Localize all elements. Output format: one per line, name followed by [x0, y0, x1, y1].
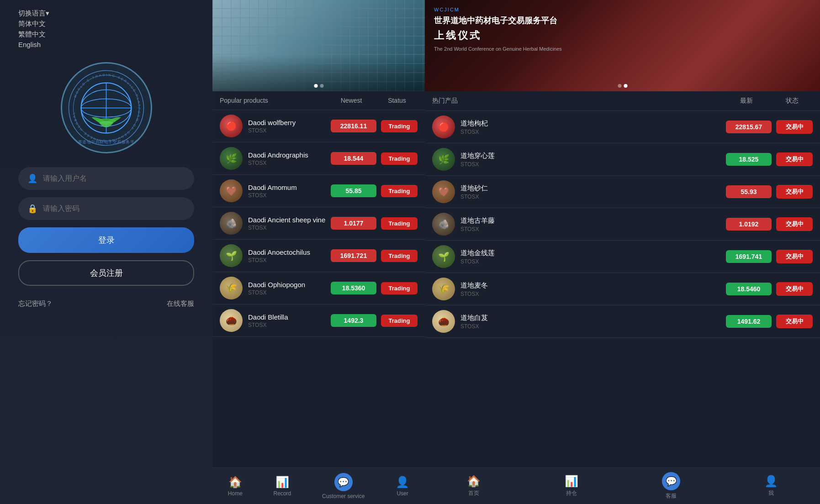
- price-badge-5: 18.5360: [331, 282, 376, 294]
- mid-panel: Popular products Newest Status 🔴 Daodi w…: [212, 0, 425, 504]
- product-avatar-5: 🌾: [220, 277, 243, 299]
- right-product-row[interactable]: 🪨 道地古羊藤 STOSX 1.0192 交易中: [425, 208, 820, 241]
- mid-product-row[interactable]: 🔴 Daodi wolfberry STOSX 22816.11 Trading: [212, 110, 425, 142]
- product-name-5: Daodi Ophiopogon: [248, 281, 331, 289]
- right-product-name-3: 道地古羊藤: [460, 216, 726, 225]
- right-status-badge-1: 交易中: [776, 152, 813, 166]
- right-product-avatar-4: 🌱: [432, 245, 455, 268]
- product-avatar-2: 🤎: [220, 179, 243, 202]
- products-header: Popular products Newest Status: [212, 91, 425, 110]
- product-avatar-4: 🌱: [220, 244, 243, 267]
- nav-user[interactable]: 👤 User: [389, 473, 416, 499]
- right-status-badge-5: 交易中: [776, 282, 813, 296]
- product-info-3: Daodi Ancient sheep vine STOSX: [248, 216, 331, 231]
- nav-customer-service-label: Customer service: [322, 493, 365, 499]
- logo-circle: WORLD E-TRADING SERVICE PLATFORM OF GENU…: [61, 62, 152, 153]
- right-product-code-3: STOSX: [460, 226, 726, 232]
- record-icon: 📊: [275, 476, 289, 488]
- username-input[interactable]: [43, 174, 185, 183]
- dot-1: [314, 84, 317, 88]
- right-nav-user[interactable]: 👤 我: [757, 472, 785, 500]
- right-status-badge-0: 交易中: [776, 120, 813, 134]
- product-name-6: Daodi Bletilla: [248, 313, 331, 321]
- right-product-info-0: 道地枸杞 STOSX: [460, 119, 726, 135]
- right-product-row[interactable]: 🌾 道地麦冬 STOSX 18.5460 交易中: [425, 273, 820, 305]
- right-product-row[interactable]: 🌱 道地金线莲 STOSX 1691.741 交易中: [425, 241, 820, 273]
- nav-record-label: Record: [274, 490, 291, 497]
- right-product-code-5: STOSX: [460, 291, 726, 297]
- nav-user-label: User: [397, 490, 408, 497]
- login-button[interactable]: 登录: [18, 227, 194, 253]
- right-banner-dots: [618, 84, 627, 88]
- status-badge-6: Trading: [381, 315, 418, 327]
- right-product-info-4: 道地金线莲 STOSX: [460, 249, 726, 265]
- lang-english[interactable]: English: [18, 41, 194, 48]
- right-status-badge-4: 交易中: [776, 250, 813, 263]
- product-code-4: STOSX: [248, 257, 331, 263]
- product-avatar-6: 🌰: [220, 309, 243, 332]
- right-nav-record-label: 持仓: [566, 489, 577, 497]
- right-status-badge-3: 交易中: [776, 217, 813, 231]
- password-input[interactable]: [43, 205, 185, 213]
- username-input-group[interactable]: 👤: [18, 167, 194, 190]
- mid-product-row[interactable]: 🌰 Daodi Bletilla STOSX 1492.3 Trading: [212, 304, 425, 337]
- right-banner: WCJICM 世界道地中药材电子交易服务平台 上线仪式 The 2nd Worl…: [425, 0, 820, 91]
- nav-record[interactable]: 📊 Record: [267, 473, 298, 499]
- product-info-6: Daodi Bletilla STOSX: [248, 313, 331, 328]
- right-status-badge-6: 交易中: [776, 315, 813, 328]
- right-nav-customer-service[interactable]: 💬 客服: [655, 469, 687, 503]
- header-col-newest: Newest: [326, 97, 376, 104]
- product-name-0: Daodi wolfberry: [248, 119, 331, 126]
- mid-product-row[interactable]: 🪨 Daodi Ancient sheep vine STOSX 1.0177 …: [212, 207, 425, 240]
- right-header-col-status: 状态: [772, 97, 813, 105]
- right-price-badge-5: 18.5460: [726, 283, 772, 295]
- right-product-row[interactable]: 🌰 道地白芨 STOSX 1491.62 交易中: [425, 305, 820, 338]
- nav-customer-service[interactable]: 💬 Customer service: [315, 470, 371, 502]
- lang-simplified[interactable]: 简体中文: [18, 20, 194, 28]
- mid-product-row[interactable]: 🌿 Daodi Andrographis STOSX 18.544 Tradin…: [212, 142, 425, 175]
- nav-home[interactable]: 🏠 Home: [221, 473, 249, 499]
- online-service-link[interactable]: 在线客服: [167, 299, 194, 308]
- right-user-nav-icon: 👤: [764, 475, 778, 488]
- banner-dots: [314, 84, 323, 88]
- right-product-avatar-0: 🔴: [432, 116, 455, 138]
- right-dot-1: [618, 84, 621, 88]
- right-nav-record[interactable]: 📊 持仓: [558, 472, 585, 500]
- right-product-row[interactable]: 🔴 道地枸杞 STOSX 22815.67 交易中: [425, 111, 820, 143]
- logo-container: WORLD E-TRADING SERVICE PLATFORM OF GENU…: [18, 62, 194, 153]
- right-product-info-1: 道地穿心莲 STOSX: [460, 152, 726, 168]
- right-header-col-name: 热门产品: [432, 97, 721, 105]
- product-code-3: STOSX: [248, 225, 331, 231]
- status-badge-4: Trading: [381, 250, 418, 262]
- register-button[interactable]: 会员注册: [18, 260, 194, 286]
- right-product-row[interactable]: 🌿 道地穿心莲 STOSX 18.525 交易中: [425, 143, 820, 176]
- right-nav-home[interactable]: 🏠 首页: [460, 472, 487, 500]
- price-badge-1: 18.544: [331, 152, 376, 165]
- lang-traditional[interactable]: 繁體中文: [18, 30, 194, 39]
- password-input-group[interactable]: 🔒: [18, 197, 194, 220]
- right-product-avatar-6: 🌰: [432, 310, 455, 333]
- right-status-badge-2: 交易中: [776, 185, 813, 199]
- right-product-name-1: 道地穿心莲: [460, 152, 726, 160]
- product-avatar-1: 🌿: [220, 147, 243, 170]
- right-products-list: 🔴 道地枸杞 STOSX 22815.67 交易中 🌿 道地穿心莲 STOSX …: [425, 111, 820, 467]
- left-panel: 切换语言▾ 简体中文 繁體中文 English: [0, 0, 212, 504]
- mid-banner: [212, 0, 425, 91]
- status-badge-1: Trading: [381, 152, 418, 165]
- header-col-name: Popular products: [220, 97, 326, 104]
- right-nav-customer-service-label: 客服: [666, 492, 677, 500]
- right-product-info-5: 道地麦冬 STOSX: [460, 281, 726, 297]
- status-badge-2: Trading: [381, 185, 418, 197]
- right-nav-home-label: 首页: [468, 489, 479, 497]
- lang-toggle[interactable]: 切换语言▾: [18, 9, 194, 18]
- forgot-password-link[interactable]: 忘记密码？: [18, 299, 53, 308]
- mid-product-row[interactable]: 🤎 Daodi Amomum STOSX 55.85 Trading: [212, 175, 425, 207]
- product-code-6: STOSX: [248, 322, 331, 328]
- event-wcjicm-label: WCJICM: [434, 7, 460, 12]
- price-badge-0: 22816.11: [331, 120, 376, 132]
- mid-product-row[interactable]: 🌱 Daodi Anoectochilus STOSX 1691.721 Tra…: [212, 240, 425, 272]
- right-product-avatar-2: 🤎: [432, 180, 455, 203]
- right-product-row[interactable]: 🤎 道地砂仁 STOSX 55.93 交易中: [425, 176, 820, 208]
- mid-product-row[interactable]: 🌾 Daodi Ophiopogon STOSX 18.5360 Trading: [212, 272, 425, 304]
- right-product-avatar-1: 🌿: [432, 148, 455, 171]
